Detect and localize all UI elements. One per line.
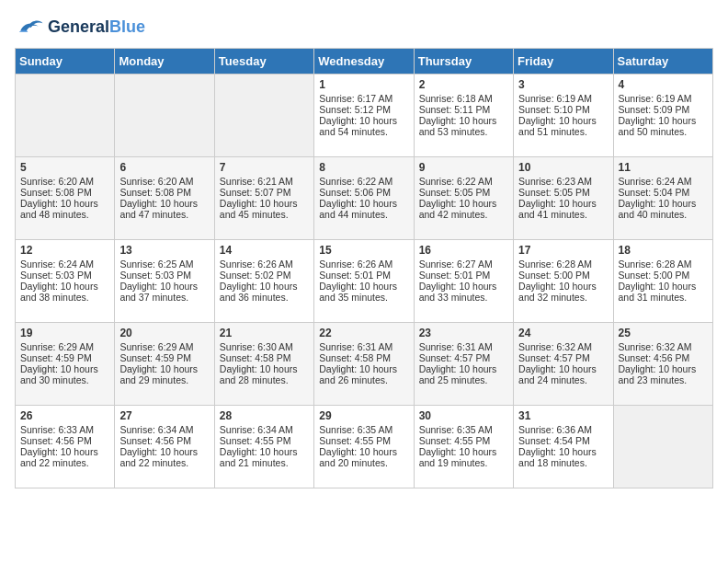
column-header-monday: Monday <box>115 49 214 75</box>
sunrise-time: Sunrise: 6:31 AM <box>419 341 493 352</box>
daylight-label: Daylight: 10 hours and 32 minutes. <box>518 281 597 303</box>
sunset-time: Sunset: 5:11 PM <box>419 104 491 115</box>
daylight-label: Daylight: 10 hours and 35 minutes. <box>319 281 397 303</box>
sunrise-time: Sunrise: 6:33 AM <box>20 424 94 435</box>
daylight-label: Daylight: 10 hours and 22 minutes. <box>20 446 98 468</box>
daylight-label: Daylight: 10 hours and 38 minutes. <box>20 281 98 303</box>
sunset-time: Sunset: 4:59 PM <box>119 352 191 363</box>
sunrise-time: Sunrise: 6:23 AM <box>518 176 592 187</box>
sunset-time: Sunset: 5:06 PM <box>319 187 391 198</box>
day-number: 23 <box>419 327 508 339</box>
day-number: 11 <box>619 161 708 174</box>
week-row-5: 26Sunrise: 6:33 AMSunset: 4:56 PMDayligh… <box>16 406 713 488</box>
page-header: GeneralBlue <box>15 15 713 40</box>
daylight-label: Daylight: 10 hours and 44 minutes. <box>319 198 397 220</box>
logo-bird-icon <box>15 15 44 40</box>
sunset-time: Sunset: 4:55 PM <box>319 435 391 446</box>
day-number: 3 <box>518 78 608 91</box>
calendar-cell: 10Sunrise: 6:23 AMSunset: 5:05 PMDayligh… <box>514 157 613 240</box>
calendar-cell: 13Sunrise: 6:25 AMSunset: 5:03 PMDayligh… <box>115 240 214 323</box>
daylight-label: Daylight: 10 hours and 50 minutes. <box>619 115 697 137</box>
day-number: 4 <box>619 78 708 91</box>
sunset-time: Sunset: 4:57 PM <box>518 352 590 363</box>
sunset-time: Sunset: 4:57 PM <box>419 352 491 363</box>
sunset-time: Sunset: 4:59 PM <box>20 352 92 363</box>
day-number: 2 <box>419 78 508 91</box>
calendar-cell <box>214 75 313 157</box>
day-number: 17 <box>518 244 608 257</box>
calendar-cell: 25Sunrise: 6:32 AMSunset: 4:56 PMDayligh… <box>613 323 712 406</box>
sunrise-time: Sunrise: 6:36 AM <box>518 424 592 435</box>
calendar-cell: 21Sunrise: 6:30 AMSunset: 4:58 PMDayligh… <box>214 323 313 406</box>
daylight-label: Daylight: 10 hours and 33 minutes. <box>419 281 497 303</box>
daylight-label: Daylight: 10 hours and 41 minutes. <box>518 198 597 220</box>
column-header-friday: Friday <box>514 49 613 75</box>
sunrise-time: Sunrise: 6:26 AM <box>220 259 293 270</box>
calendar-cell: 15Sunrise: 6:26 AMSunset: 5:01 PMDayligh… <box>314 240 414 323</box>
sunrise-time: Sunrise: 6:28 AM <box>619 259 692 270</box>
sunset-time: Sunset: 4:54 PM <box>518 435 590 446</box>
sunset-time: Sunset: 5:01 PM <box>319 270 391 281</box>
day-number: 7 <box>220 161 309 174</box>
day-number: 22 <box>319 327 408 339</box>
sunset-time: Sunset: 5:07 PM <box>220 187 291 198</box>
daylight-label: Daylight: 10 hours and 23 minutes. <box>619 363 697 385</box>
calendar-cell: 8Sunrise: 6:22 AMSunset: 5:06 PMDaylight… <box>314 157 414 240</box>
daylight-label: Daylight: 10 hours and 51 minutes. <box>518 115 597 137</box>
calendar-cell: 31Sunrise: 6:36 AMSunset: 4:54 PMDayligh… <box>514 406 613 488</box>
sunrise-time: Sunrise: 6:34 AM <box>119 424 193 435</box>
daylight-label: Daylight: 10 hours and 29 minutes. <box>119 363 198 385</box>
daylight-label: Daylight: 10 hours and 45 minutes. <box>220 198 298 220</box>
week-row-1: 1Sunrise: 6:17 AMSunset: 5:12 PMDaylight… <box>16 75 713 157</box>
sunset-time: Sunset: 5:00 PM <box>518 270 590 281</box>
day-number: 15 <box>319 244 408 257</box>
day-number: 19 <box>20 327 109 339</box>
header-row: SundayMondayTuesdayWednesdayThursdayFrid… <box>16 49 713 75</box>
sunset-time: Sunset: 4:55 PM <box>220 435 291 446</box>
calendar-cell: 28Sunrise: 6:34 AMSunset: 4:55 PMDayligh… <box>214 406 313 488</box>
daylight-label: Daylight: 10 hours and 48 minutes. <box>20 198 98 220</box>
daylight-label: Daylight: 10 hours and 31 minutes. <box>619 281 697 303</box>
day-number: 30 <box>419 409 508 422</box>
sunrise-time: Sunrise: 6:19 AM <box>619 93 692 104</box>
calendar-cell: 6Sunrise: 6:20 AMSunset: 5:08 PMDaylight… <box>115 157 214 240</box>
calendar-cell: 9Sunrise: 6:22 AMSunset: 5:05 PMDaylight… <box>414 157 513 240</box>
day-number: 8 <box>319 161 408 174</box>
week-row-3: 12Sunrise: 6:24 AMSunset: 5:03 PMDayligh… <box>16 240 713 323</box>
daylight-label: Daylight: 10 hours and 18 minutes. <box>518 446 597 468</box>
calendar-cell: 11Sunrise: 6:24 AMSunset: 5:04 PMDayligh… <box>613 157 712 240</box>
day-number: 12 <box>20 244 109 257</box>
calendar-cell: 24Sunrise: 6:32 AMSunset: 4:57 PMDayligh… <box>514 323 613 406</box>
daylight-label: Daylight: 10 hours and 22 minutes. <box>119 446 198 468</box>
sunrise-time: Sunrise: 6:25 AM <box>119 259 193 270</box>
day-number: 28 <box>220 409 309 422</box>
sunset-time: Sunset: 4:58 PM <box>220 352 291 363</box>
sunrise-time: Sunrise: 6:32 AM <box>619 341 692 352</box>
sunset-time: Sunset: 5:05 PM <box>518 187 590 198</box>
calendar-cell: 4Sunrise: 6:19 AMSunset: 5:09 PMDaylight… <box>613 75 712 157</box>
calendar-cell: 14Sunrise: 6:26 AMSunset: 5:02 PMDayligh… <box>214 240 313 323</box>
calendar-cell: 3Sunrise: 6:19 AMSunset: 5:10 PMDaylight… <box>514 75 613 157</box>
sunrise-time: Sunrise: 6:21 AM <box>220 176 293 187</box>
day-number: 10 <box>518 161 608 174</box>
daylight-label: Daylight: 10 hours and 21 minutes. <box>220 446 298 468</box>
day-number: 29 <box>319 409 408 422</box>
sunset-time: Sunset: 5:00 PM <box>619 270 690 281</box>
sunrise-time: Sunrise: 6:29 AM <box>119 341 193 352</box>
day-number: 27 <box>119 409 209 422</box>
daylight-label: Daylight: 10 hours and 36 minutes. <box>220 281 298 303</box>
calendar-cell: 16Sunrise: 6:27 AMSunset: 5:01 PMDayligh… <box>414 240 513 323</box>
sunset-time: Sunset: 5:08 PM <box>20 187 92 198</box>
sunrise-time: Sunrise: 6:35 AM <box>319 424 392 435</box>
daylight-label: Daylight: 10 hours and 24 minutes. <box>518 363 597 385</box>
daylight-label: Daylight: 10 hours and 47 minutes. <box>119 198 198 220</box>
day-number: 13 <box>119 244 209 257</box>
sunrise-time: Sunrise: 6:24 AM <box>20 259 94 270</box>
calendar-cell: 2Sunrise: 6:18 AMSunset: 5:11 PMDaylight… <box>414 75 513 157</box>
calendar-cell: 27Sunrise: 6:34 AMSunset: 4:56 PMDayligh… <box>115 406 214 488</box>
daylight-label: Daylight: 10 hours and 53 minutes. <box>419 115 497 137</box>
calendar-cell: 7Sunrise: 6:21 AMSunset: 5:07 PMDaylight… <box>214 157 313 240</box>
day-number: 21 <box>220 327 309 339</box>
column-header-saturday: Saturday <box>613 49 712 75</box>
sunrise-time: Sunrise: 6:20 AM <box>20 176 94 187</box>
